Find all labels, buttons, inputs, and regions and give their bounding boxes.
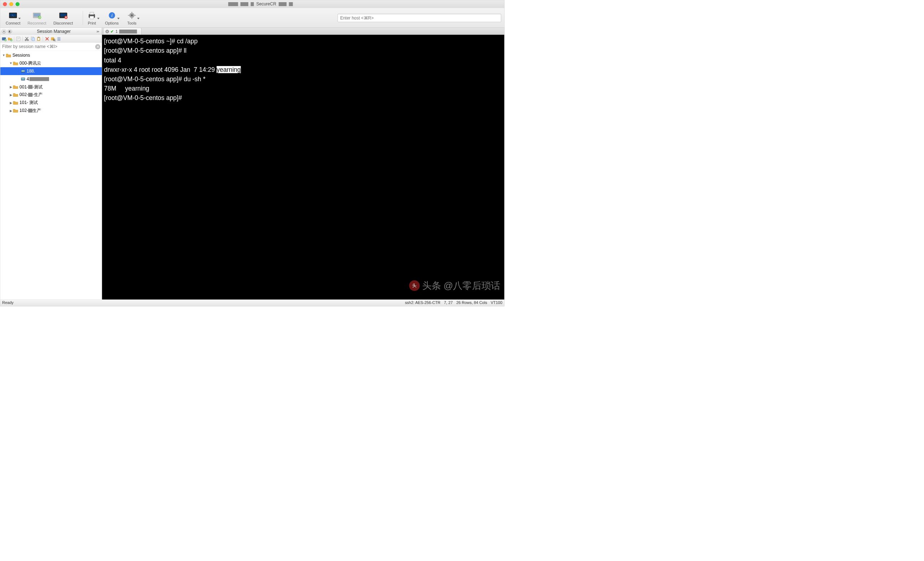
dropdown-icon[interactable] <box>18 18 21 19</box>
watermark-prefix: 头条 <box>422 279 441 292</box>
tree-folder-101[interactable]: ▶ 101- 测试 <box>0 99 102 107</box>
session-icon <box>21 69 25 73</box>
pin-panel-button[interactable]: ◧ <box>8 29 12 34</box>
session-tab-1[interactable]: ✕ ✔ 1 <box>103 28 141 35</box>
tree-label: 102- <box>20 108 28 113</box>
watermark-logo-icon: 头 <box>409 280 420 291</box>
tree-folder-002[interactable]: ▶ 002- -生产 <box>0 91 102 99</box>
folder-icon <box>6 53 11 57</box>
redacted-text <box>28 85 33 89</box>
new-session-icon[interactable] <box>2 36 6 41</box>
dropdown-icon[interactable] <box>97 18 100 19</box>
sidebar-title: Session Manager <box>12 28 96 34</box>
tree-folder-102[interactable]: ▶ 102- 生产 <box>0 106 102 114</box>
watermark: 头 头条 @八零后琐话 <box>409 279 501 292</box>
tab-number: 1 <box>116 29 118 34</box>
print-icon <box>86 10 98 20</box>
status-cursor: 7, 27 <box>444 301 453 305</box>
tree-label: 4 <box>27 76 29 82</box>
term-highlight: yearning <box>217 66 241 73</box>
redacted-text <box>29 77 49 81</box>
svg-rect-34 <box>22 70 25 72</box>
session-tree[interactable]: ▼ Sessions ▼ 000-腾讯云 188. 4 ▶ <box>0 51 102 299</box>
term-line: 78M yearning <box>104 85 149 92</box>
delete-icon[interactable] <box>44 36 50 41</box>
folder-icon <box>13 93 18 97</box>
svg-point-15 <box>131 15 133 16</box>
redacted-text <box>28 109 33 112</box>
tools-button[interactable]: Tools <box>126 10 138 25</box>
copy-icon[interactable] <box>30 36 35 41</box>
session-icon <box>21 77 25 81</box>
close-tab-button[interactable]: ✕ <box>105 30 109 33</box>
svg-rect-36 <box>22 78 25 80</box>
tree-label: 101- 测试 <box>20 100 38 105</box>
close-window-button[interactable] <box>3 2 7 6</box>
status-ssh: ssh2: AES-256-CTR <box>405 301 440 305</box>
redacted-text <box>119 30 137 34</box>
properties-icon[interactable] <box>16 36 21 41</box>
connect-icon: >_ <box>7 10 19 20</box>
terminal-output[interactable]: [root@VM-0-5-centos ~]# cd /app [root@VM… <box>102 35 504 300</box>
close-panel-button[interactable]: ✕ <box>2 29 6 34</box>
svg-rect-10 <box>90 12 94 15</box>
svg-rect-27 <box>32 38 34 40</box>
disconnect-icon <box>57 10 69 20</box>
minimize-window-button[interactable] <box>9 2 14 6</box>
tree-label: 002- <box>20 92 28 98</box>
disconnect-button[interactable]: Disconnect <box>53 10 73 25</box>
panel-menu-button[interactable]: ≫ <box>96 29 100 34</box>
tools-icon <box>126 10 138 20</box>
session-manager-panel: ✕ ◧ Session Manager ≫ ✕ ▼ <box>0 28 102 299</box>
tools-label: Tools <box>128 21 136 26</box>
tree-label: 000-腾讯云 <box>20 60 41 66</box>
folder-icon <box>13 85 18 89</box>
dropdown-icon[interactable] <box>117 18 120 19</box>
redacted-text <box>28 93 33 97</box>
term-line: [root@VM-0-5-centos app]# <box>104 94 184 102</box>
paste-icon[interactable] <box>36 36 41 41</box>
folder-icon <box>13 108 18 112</box>
tree-label-b: 生产 <box>33 108 41 113</box>
window-title: SecureCR <box>20 2 502 6</box>
connected-check-icon: ✔ <box>111 29 114 34</box>
svg-text:>_: >_ <box>12 15 14 16</box>
term-line: [root@VM-0-5-centos ~]# cd /app <box>104 38 197 45</box>
tree-session-188[interactable]: 188. <box>0 67 102 75</box>
zoom-window-button[interactable] <box>15 2 20 6</box>
filter-row: ✕ <box>0 43 102 51</box>
clear-filter-button[interactable]: ✕ <box>95 44 100 49</box>
dropdown-icon[interactable] <box>137 18 140 19</box>
connect-button[interactable]: >_ Connect <box>6 10 21 25</box>
svg-rect-19 <box>134 15 136 15</box>
tree-session-4[interactable]: 4 <box>0 75 102 83</box>
term-line: drwxr-xr-x 4 root root 4096 Jan 7 14:29 <box>104 66 217 73</box>
tree-label: Sessions <box>12 53 30 58</box>
connect-label: Connect <box>6 21 21 26</box>
status-size: 26 Rows, 84 Cols <box>456 301 487 305</box>
term-line: [root@VM-0-5-centos app]# ll <box>104 47 186 54</box>
print-button[interactable]: Print <box>86 10 98 25</box>
titlebar: SecureCR <box>0 0 505 8</box>
svg-rect-29 <box>38 36 39 37</box>
filter-input[interactable] <box>0 43 95 50</box>
svg-rect-18 <box>128 15 129 15</box>
list-icon[interactable] <box>56 36 62 41</box>
term-line: [root@VM-0-5-centos app]# du -sh * <box>104 75 206 82</box>
tree-folder-001[interactable]: ▶ 001- -测试 <box>0 83 102 91</box>
tree-folder-000[interactable]: ▼ 000-腾讯云 <box>0 59 102 67</box>
options-icon: i <box>106 10 118 20</box>
tree-root-sessions[interactable]: ▼ Sessions <box>0 52 102 60</box>
cut-icon[interactable] <box>24 36 29 41</box>
options-button[interactable]: i Options <box>105 10 119 25</box>
new-folder-icon[interactable] <box>7 36 12 41</box>
svg-rect-11 <box>90 16 94 19</box>
reconnect-button[interactable]: Reconnect <box>27 10 46 25</box>
svg-rect-17 <box>131 17 132 19</box>
host-input[interactable] <box>338 14 501 22</box>
tree-label-b: -测试 <box>33 84 43 90</box>
status-bar: Ready ssh2: AES-256-CTR 7, 27 26 Rows, 8… <box>0 299 505 306</box>
reconnect-label: Reconnect <box>27 21 46 26</box>
find-icon[interactable] <box>51 36 56 41</box>
status-term: VT100 <box>491 301 502 305</box>
